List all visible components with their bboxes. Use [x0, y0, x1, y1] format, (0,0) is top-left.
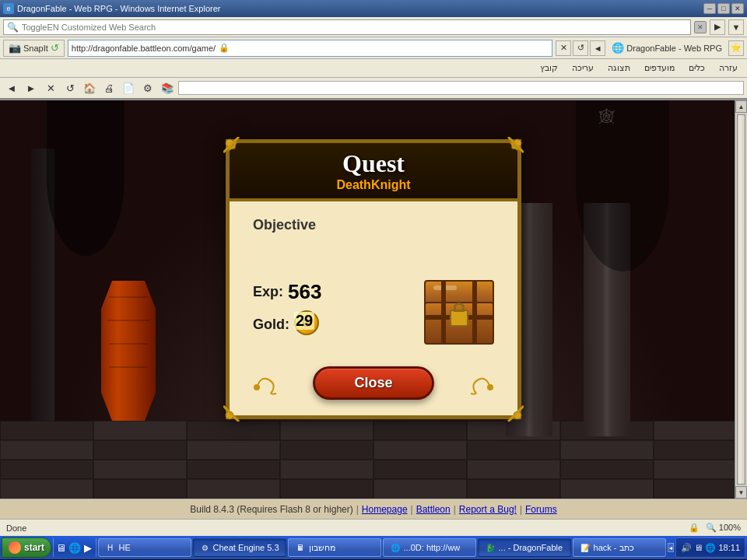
- snagit-refresh-icon: ↺: [51, 42, 59, 54]
- menu-item-file[interactable]: קובץ: [534, 61, 564, 75]
- system-tray: 🔊 🖥 🌐 18:11: [675, 537, 745, 558]
- page-load-progress: [178, 81, 744, 95]
- corner-ornament-tl: [223, 137, 262, 176]
- favorites-btn[interactable]: ⭐: [728, 40, 744, 56]
- ie-status-label: DragonFable - Web RPG: [626, 44, 722, 53]
- print-tool-button[interactable]: 🖨: [100, 79, 117, 96]
- taskbar-icon-hack: 📝: [580, 542, 591, 553]
- refresh-tool-button[interactable]: ↺: [61, 79, 79, 96]
- main-toolbar: ◄ ► ✕ ↺ 🏠 🖨 📄 ⚙ 📚: [0, 78, 747, 100]
- quest-title: Quest: [261, 149, 486, 178]
- nav-forward-button[interactable]: ▶: [710, 19, 725, 35]
- taskbar-divider: [53, 538, 54, 557]
- tray-network-icon[interactable]: 🌐: [705, 543, 716, 553]
- close-button-browser[interactable]: ✕: [731, 3, 744, 14]
- search-bar[interactable]: 🔍: [3, 19, 691, 35]
- tray-expand-button[interactable]: ◄: [668, 543, 675, 552]
- windows-logo: [9, 541, 21, 554]
- tray-display-icon[interactable]: 🖥: [694, 543, 703, 552]
- scroll-down-button[interactable]: ▼: [735, 486, 747, 499]
- rewards-text: Exp: 563 Gold: G 29: [253, 280, 325, 345]
- browser-icon: e: [3, 3, 14, 14]
- battleon-link[interactable]: Battleon: [416, 504, 451, 515]
- scrollbar[interactable]: ▲ ▼: [735, 100, 747, 499]
- floor-tiles: [0, 421, 747, 499]
- minimize-button[interactable]: ─: [703, 3, 716, 14]
- ie-quick-launch[interactable]: 🌐: [68, 539, 81, 556]
- menu-item-tools[interactable]: כלים: [682, 61, 711, 75]
- menu-item-favorites[interactable]: מועדפים: [638, 61, 681, 75]
- refresh-button[interactable]: ↺: [573, 40, 588, 56]
- bug-report-link[interactable]: Report a Bug!: [459, 504, 517, 515]
- back-tool-button[interactable]: ◄: [3, 79, 20, 96]
- quest-dialog-footer: Close: [230, 360, 517, 415]
- exp-label: Exp:: [253, 284, 283, 300]
- ie-globe-icon: 🌐: [612, 42, 624, 54]
- media-quick-launch[interactable]: ▶: [82, 539, 94, 556]
- stop-button[interactable]: ✕: [556, 40, 571, 56]
- taskbar-label-calc: מחשבון: [309, 543, 335, 553]
- taskbar-btn-he[interactable]: H HE: [98, 538, 191, 557]
- forward-tool-button[interactable]: ►: [23, 79, 40, 96]
- taskbar-btn-cheatengine[interactable]: ⚙ Cheat Engine 5.3: [193, 538, 286, 557]
- research-tool-button[interactable]: 📚: [159, 79, 176, 96]
- quest-dialog-body: Objective Exp: 563 Gold: G: [230, 201, 517, 360]
- homepage-link[interactable]: Homepage: [362, 504, 408, 515]
- maximize-button[interactable]: □: [717, 3, 730, 14]
- taskbar-btn-browser1[interactable]: 🌐 ...0D: http://ww: [383, 538, 476, 557]
- build-info-text: Build 8.4.3 (Requires Flash 8 or higher): [190, 504, 352, 515]
- search-icon: 🔍: [7, 22, 19, 33]
- taskbar-label-cheatengine: Cheat Engine 5.3: [213, 543, 279, 552]
- gold-amount-display: G 29: [294, 310, 325, 338]
- menu-item-help[interactable]: עזרה: [713, 61, 744, 75]
- forums-link[interactable]: Forums: [525, 504, 557, 515]
- treasure-chest: [424, 280, 494, 342]
- page-tool-button[interactable]: 📄: [120, 79, 137, 96]
- scroll-up-button[interactable]: ▲: [735, 100, 747, 113]
- rewards-section: Exp: 563 Gold: G 29: [253, 280, 494, 345]
- tray-volume-icon[interactable]: 🔊: [681, 543, 692, 553]
- home-tool-button[interactable]: 🏠: [81, 79, 98, 96]
- taskbar-clock: 18:11: [718, 543, 740, 552]
- menu-item-edit[interactable]: עריכה: [566, 61, 600, 75]
- zoom-icon[interactable]: 🔍 100%: [706, 523, 741, 533]
- close-tab-button[interactable]: ✕: [694, 21, 707, 33]
- corner-ornament-bl: [223, 383, 262, 422]
- taskbar-btn-calc[interactable]: 🖩 מחשבון: [288, 538, 381, 557]
- scroll-thumb[interactable]: [737, 114, 745, 485]
- menu-bar: עזרה כלים מועדפים תצוגה עריכה קובץ: [0, 59, 747, 78]
- snagit-button[interactable]: 📷 SnapIt ↺: [3, 40, 65, 57]
- coffin: [101, 281, 156, 421]
- address-bar[interactable]: http://dragonfable.battleon.com/game/ 🔒: [68, 40, 552, 57]
- close-quest-button[interactable]: Close: [313, 366, 433, 400]
- taskbar-btn-hack[interactable]: 📝 כתב - hack: [573, 538, 666, 557]
- protected-mode-icon[interactable]: 🔒: [689, 523, 700, 533]
- quest-dialog-header: Quest DeathKnight: [230, 143, 517, 201]
- start-button[interactable]: start: [2, 537, 51, 558]
- taskbar-label-dragonfable: ... - DragonFable: [499, 543, 563, 552]
- tools-tool-button[interactable]: ⚙: [139, 79, 156, 96]
- exp-value: 563: [288, 280, 321, 304]
- taskbar-divider-2: [96, 538, 96, 557]
- search-input[interactable]: [22, 23, 687, 32]
- taskbar-label-he: HE: [119, 543, 131, 552]
- menu-item-view[interactable]: תצוגה: [601, 61, 637, 75]
- ie-status-text: Done: [6, 523, 682, 533]
- nav-dropdown-button[interactable]: ▼: [728, 19, 744, 35]
- title-bar: e DragonFable - Web RPG - Windows Intern…: [0, 0, 747, 17]
- taskbar-icon-cheatengine: ⚙: [200, 542, 210, 553]
- ie-status-bar: Done 🔒 🔍 100%: [0, 519, 747, 536]
- corner-ornament-br: [485, 383, 524, 422]
- stop-tool-button[interactable]: ✕: [42, 79, 59, 96]
- back-button[interactable]: ◄: [590, 40, 605, 56]
- gold-label: Gold:: [253, 317, 289, 333]
- taskbar-icon-he: H: [105, 542, 116, 553]
- gold-value: 29: [294, 312, 314, 330]
- quest-subtitle: DeathKnight: [261, 178, 486, 192]
- corner-ornament-tr: [485, 137, 524, 176]
- spider-web: 🕸: [599, 108, 646, 139]
- show-desktop-button[interactable]: 🖥: [55, 539, 67, 556]
- taskbar-btn-dragonfable[interactable]: 🐉 ... - DragonFable: [478, 538, 571, 557]
- window-title: DragonFable - Web RPG - Windows Internet…: [17, 4, 220, 13]
- objective-label: Objective: [253, 217, 494, 233]
